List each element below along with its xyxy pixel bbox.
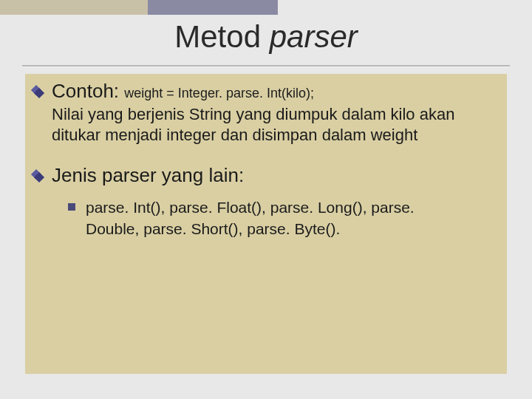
bullet-item-1: Contoh: weight = Integer. parse. Int(kil… xyxy=(33,80,499,103)
title-word-2-italic: parser xyxy=(270,19,358,54)
title-divider xyxy=(22,65,510,66)
sub-bullet-item: parse. Int(), parse. Float(), parse. Lon… xyxy=(68,197,499,239)
top-accent-bar xyxy=(0,0,532,15)
title-word-1: Metod xyxy=(174,19,269,54)
slide-title: Metod parser xyxy=(0,19,532,55)
item1-body-text: Nilai yang berjenis String yang diumpuk … xyxy=(52,104,499,145)
sub-bullet-text: parse. Int(), parse. Float(), parse. Lon… xyxy=(86,197,470,239)
diamond-bullet-icon xyxy=(33,171,44,183)
accent-segment-empty xyxy=(281,0,532,15)
item2-heading: Jenis parser yang lain: xyxy=(52,164,244,187)
title-area: Metod parser xyxy=(0,19,532,55)
item1-code: weight = Integer. parse. Int(kilo); xyxy=(124,86,314,100)
item1-lead: Contoh: weight = Integer. parse. Int(kil… xyxy=(52,80,314,103)
bullet-item-2: Jenis parser yang lain: xyxy=(33,164,499,187)
slide: Metod parser Contoh: weight = Integer. p… xyxy=(0,0,532,399)
content-panel: Contoh: weight = Integer. parse. Int(kil… xyxy=(25,74,507,374)
square-bullet-icon xyxy=(68,203,75,211)
accent-segment-tan xyxy=(0,0,148,15)
item1-label: Contoh: xyxy=(52,80,119,102)
accent-segment-purple xyxy=(148,0,281,15)
diamond-bullet-icon xyxy=(33,86,44,98)
